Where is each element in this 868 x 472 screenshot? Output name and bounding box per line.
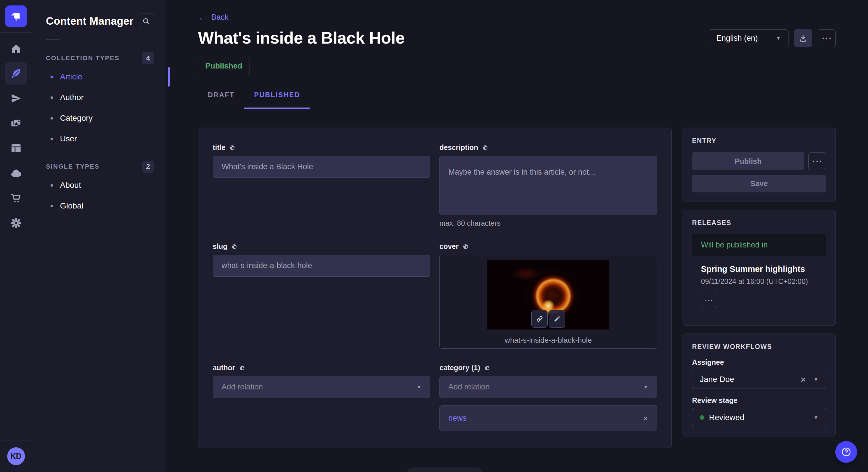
category-relation-select[interactable]: Add relation ▼ bbox=[439, 376, 657, 398]
field-title-label: title bbox=[213, 143, 225, 152]
slug-input[interactable]: what-s-inside-a-black-hole bbox=[213, 255, 430, 277]
title-row: What's inside a Black Hole English (en) … bbox=[198, 28, 836, 47]
tab-published[interactable]: PUBLISHED bbox=[244, 91, 310, 109]
nav-media-library-icon[interactable] bbox=[5, 112, 27, 134]
nav-deploy-icon[interactable] bbox=[5, 162, 27, 184]
bullet-icon bbox=[51, 184, 53, 187]
collection-types-list: Article Author Category User bbox=[51, 67, 154, 149]
remove-relation-icon[interactable]: × bbox=[643, 414, 648, 423]
sidebar-title: Content Manager bbox=[46, 15, 133, 27]
export-button[interactable] bbox=[794, 29, 812, 47]
chevron-down-icon: ▼ bbox=[813, 377, 818, 382]
bullet-icon bbox=[51, 205, 53, 207]
publish-button[interactable]: Publish bbox=[692, 152, 804, 170]
locale-select[interactable]: English (en) ▼ bbox=[709, 29, 788, 47]
description-textarea[interactable]: Maybe the answer is in this article, or … bbox=[439, 156, 657, 215]
cover-actions bbox=[531, 310, 565, 328]
more-icon: ⋯ bbox=[812, 156, 823, 166]
rail-nav bbox=[5, 37, 27, 234]
field-title: title What's inside a Black Hole bbox=[213, 143, 430, 227]
clear-assignee-icon[interactable]: × bbox=[800, 374, 806, 384]
review-workflows-panel: REVIEW WORKFLOWS Assignee Jane Doe × ▼ R… bbox=[683, 334, 836, 436]
rail-bottom: KD bbox=[0, 440, 32, 472]
bullet-icon bbox=[51, 138, 53, 140]
tab-draft[interactable]: DRAFT bbox=[198, 91, 244, 109]
header-more-button[interactable]: ⋯ bbox=[818, 29, 836, 47]
single-types-count-badge: 2 bbox=[142, 161, 154, 173]
question-mark-icon bbox=[841, 446, 851, 458]
main-content: ← Back What's inside a Black Hole Englis… bbox=[165, 0, 868, 472]
sidebar-item-article[interactable]: Article bbox=[51, 67, 154, 87]
globe-icon bbox=[229, 144, 236, 151]
strapi-logo-icon bbox=[9, 9, 24, 24]
sidebar-divider bbox=[46, 39, 60, 40]
release-date: 09/11/2024 at 16:00 (UTC+02:00) bbox=[701, 277, 817, 285]
entry-side-column: ENTRY Publish ⋯ Save RELEASES Will be pu… bbox=[683, 128, 836, 436]
review-workflows-title: REVIEW WORKFLOWS bbox=[692, 343, 826, 351]
sidebar-item-label: Article bbox=[60, 72, 82, 81]
back-arrow-icon: ← bbox=[198, 12, 207, 22]
entry-buttons: Publish ⋯ bbox=[692, 152, 826, 170]
field-description: description Maybe the answer is in this … bbox=[439, 143, 657, 227]
link-icon bbox=[536, 315, 544, 323]
release-card-header: Will be published in bbox=[692, 234, 826, 256]
sidebar-item-author[interactable]: Author bbox=[51, 87, 154, 108]
sidebar-item-category[interactable]: Category bbox=[51, 108, 154, 129]
author-relation-select[interactable]: Add relation ▼ bbox=[213, 376, 430, 398]
locale-value: English (en) bbox=[716, 34, 758, 43]
release-card: Will be published in Spring Summer highl… bbox=[692, 234, 826, 316]
review-stage-select[interactable]: Reviewed ▼ bbox=[692, 408, 826, 427]
status-badge: Published bbox=[198, 58, 249, 74]
bullet-icon bbox=[51, 76, 53, 78]
back-link[interactable]: ← Back bbox=[198, 12, 228, 22]
user-avatar[interactable]: KD bbox=[7, 447, 25, 465]
sidebar-item-label: User bbox=[60, 134, 77, 143]
chevron-down-icon: ▼ bbox=[776, 36, 781, 41]
field-author-label-row: author bbox=[213, 364, 430, 372]
strapi-logo[interactable] bbox=[5, 5, 27, 27]
chevron-down-icon: ▼ bbox=[643, 384, 648, 390]
page-title: What's inside a Black Hole bbox=[198, 28, 405, 47]
cover-filename: what-s-inside-a-black-hole bbox=[505, 336, 592, 345]
assignee-combobox[interactable]: Jane Doe × ▼ bbox=[692, 370, 826, 389]
sidebar-item-about[interactable]: About bbox=[51, 175, 154, 196]
entry-panel: ENTRY Publish ⋯ Save bbox=[683, 128, 836, 202]
nav-marketplace-icon[interactable] bbox=[5, 187, 27, 209]
header-actions: English (en) ▼ ⋯ bbox=[709, 29, 836, 47]
sidebar-item-user[interactable]: User bbox=[51, 129, 154, 149]
field-cover-label: cover bbox=[439, 242, 459, 250]
globe-icon bbox=[484, 365, 491, 371]
save-button[interactable]: Save bbox=[692, 175, 826, 193]
main-nav-rail: KD bbox=[0, 0, 32, 472]
field-description-label-row: description bbox=[439, 143, 657, 152]
collection-types-label: COLLECTION TYPES bbox=[46, 55, 119, 62]
sidebar-item-label: Author bbox=[60, 93, 84, 102]
field-description-label: description bbox=[439, 143, 478, 152]
more-icon: ⋯ bbox=[705, 296, 714, 304]
nav-releases-icon[interactable] bbox=[5, 87, 27, 109]
bullet-icon bbox=[51, 117, 53, 120]
nav-home-icon[interactable] bbox=[5, 37, 27, 60]
search-icon bbox=[142, 17, 150, 26]
release-more-button[interactable]: ⋯ bbox=[701, 292, 717, 308]
nav-content-manager-icon[interactable] bbox=[5, 62, 27, 85]
nav-content-type-builder-icon[interactable] bbox=[5, 137, 27, 160]
bullet-icon bbox=[51, 96, 53, 99]
content-area: title What's inside a Black Hole descrip… bbox=[198, 128, 836, 448]
release-title: Spring Summer highlights bbox=[701, 264, 817, 274]
single-types-label: SINGLE TYPES bbox=[46, 163, 100, 170]
cover-image-black-hole[interactable] bbox=[487, 260, 609, 330]
sidebar-item-label: Category bbox=[60, 113, 93, 123]
releases-panel: RELEASES Will be published in Spring Sum… bbox=[683, 210, 836, 326]
sidebar-item-label: Global bbox=[60, 201, 83, 210]
title-input[interactable]: What's inside a Black Hole bbox=[213, 156, 430, 178]
search-button[interactable] bbox=[138, 13, 154, 29]
entry-more-button[interactable]: ⋯ bbox=[808, 152, 826, 170]
nav-settings-icon[interactable] bbox=[5, 212, 27, 234]
field-slug: slug what-s-inside-a-black-hole bbox=[213, 242, 430, 349]
sidebar-item-global[interactable]: Global bbox=[51, 196, 154, 216]
relation-link-news[interactable]: news bbox=[448, 414, 466, 423]
edit-asset-button[interactable] bbox=[549, 310, 565, 328]
help-button[interactable] bbox=[835, 441, 857, 463]
copy-link-button[interactable] bbox=[531, 310, 548, 328]
